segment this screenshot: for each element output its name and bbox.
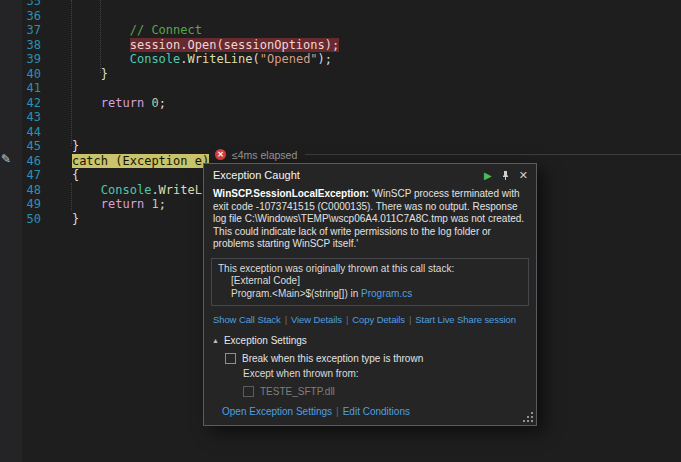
code-line-45[interactable]: 45 } bbox=[0, 139, 681, 154]
code-text: return 1; bbox=[43, 197, 166, 212]
link-separator: | bbox=[336, 406, 339, 417]
code-token: ); bbox=[318, 52, 332, 66]
line-number[interactable]: 49 bbox=[0, 197, 44, 212]
line-number[interactable]: 36 bbox=[0, 9, 44, 24]
perf-tip[interactable]: ✕ ≤4ms elapsed bbox=[215, 148, 305, 161]
start-live-share-link[interactable]: Start Live Share session bbox=[415, 314, 516, 325]
copy-details-link[interactable]: Copy Details bbox=[352, 314, 405, 325]
code-text: catch (Exception e) bbox=[43, 154, 209, 169]
exception-helper-popup: Exception Caught ▶ ✕ WinSCP.SessionLocal… bbox=[203, 163, 537, 426]
exception-settings-label: Exception Settings bbox=[224, 335, 307, 346]
view-details-link[interactable]: View Details bbox=[291, 314, 342, 325]
action-links: Show Call Stack|View Details|Copy Detail… bbox=[213, 314, 536, 325]
collapse-triangle-icon: ▲ bbox=[212, 337, 219, 344]
line-number[interactable]: 40 bbox=[0, 67, 44, 82]
line-number[interactable]: 50 bbox=[0, 212, 44, 227]
code-token bbox=[43, 38, 130, 52]
code-token: 1 bbox=[151, 197, 158, 211]
module-filter-row[interactable]: TESTE_SFTP.dll bbox=[243, 386, 536, 397]
code-token: { bbox=[43, 168, 79, 182]
callstack-frame-external: [External Code] bbox=[218, 275, 522, 288]
code-text: session.Open(sessionOptions); bbox=[43, 38, 339, 53]
close-icon[interactable]: ✕ bbox=[519, 170, 528, 181]
line-number[interactable]: 44 bbox=[0, 125, 44, 140]
line-number[interactable]: 42 bbox=[0, 96, 44, 111]
code-token: "Opened" bbox=[260, 52, 318, 66]
code-line-41[interactable]: 41 bbox=[0, 81, 681, 96]
code-token: return bbox=[101, 197, 144, 211]
code-token bbox=[43, 23, 130, 37]
exception-error-icon[interactable]: ✕ bbox=[215, 149, 226, 160]
module-filter-checkbox[interactable] bbox=[243, 386, 254, 397]
line-number[interactable]: 41 bbox=[0, 81, 44, 96]
link-separator: | bbox=[346, 314, 348, 325]
edit-pencil-icon: ✎ bbox=[1, 152, 11, 166]
link-separator: | bbox=[285, 314, 287, 325]
code-text: return 0; bbox=[43, 96, 166, 111]
code-text: { bbox=[43, 168, 79, 183]
line-number[interactable]: 37 bbox=[0, 23, 44, 38]
code-token bbox=[43, 197, 101, 211]
code-text: // Connect bbox=[43, 23, 202, 38]
line-number[interactable]: 43 bbox=[0, 110, 44, 125]
code-token: // Connect bbox=[130, 23, 202, 37]
code-token bbox=[43, 154, 72, 168]
resize-grip[interactable] bbox=[523, 412, 534, 423]
code-token: ; bbox=[159, 197, 166, 211]
line-number[interactable]: 38 bbox=[0, 38, 44, 53]
code-token: WriteLine bbox=[188, 52, 253, 66]
code-line-40[interactable]: 40 } bbox=[0, 67, 681, 82]
pin-icon[interactable] bbox=[500, 170, 511, 181]
line-number[interactable]: 47 bbox=[0, 168, 44, 183]
code-token: . bbox=[151, 183, 158, 197]
callstack-title: This exception was originally thrown at … bbox=[218, 263, 522, 276]
code-token: Console bbox=[101, 183, 152, 197]
code-text: } bbox=[43, 67, 108, 82]
code-token: } bbox=[43, 212, 79, 226]
exception-settings-toggle[interactable]: ▲Exception Settings bbox=[212, 335, 536, 346]
code-line-42[interactable]: 42 return 0; bbox=[0, 96, 681, 111]
code-token: session.Open(sessionOptions); bbox=[130, 38, 340, 52]
code-token: Console bbox=[130, 52, 181, 66]
continue-icon[interactable]: ▶ bbox=[484, 170, 492, 181]
code-text: Console.WriteLine("Opened"); bbox=[43, 52, 332, 67]
exception-type: WinSCP.SessionLocalException: bbox=[213, 188, 369, 199]
code-token: } bbox=[43, 139, 79, 153]
popup-titlebar[interactable]: Exception Caught ▶ ✕ bbox=[204, 164, 536, 184]
code-token: ( bbox=[253, 52, 260, 66]
code-line-38[interactable]: 38 session.Open(sessionOptions); bbox=[0, 38, 681, 53]
code-line-44[interactable]: 44 bbox=[0, 125, 681, 140]
except-when-thrown-label: Except when thrown from: bbox=[243, 368, 536, 379]
callstack-frame-main: Program.<Main>$(string[]) in Program.cs bbox=[218, 288, 522, 301]
code-token: catch (Exception e) bbox=[72, 154, 209, 168]
link-separator: | bbox=[409, 314, 411, 325]
code-line-36[interactable]: 36 bbox=[0, 9, 681, 24]
code-text: } bbox=[43, 212, 79, 227]
code-text: } bbox=[43, 139, 79, 154]
line-number[interactable]: 48 bbox=[0, 183, 44, 198]
callstack-frame-main-text: Program.<Main>$(string[]) in bbox=[231, 288, 361, 299]
perf-tip-text: ≤4ms elapsed bbox=[232, 149, 297, 161]
code-token: ; bbox=[159, 96, 166, 110]
code-token: . bbox=[180, 52, 187, 66]
code-line-43[interactable]: 43 bbox=[0, 110, 681, 125]
break-when-thrown-row[interactable]: Break when this exception type is thrown bbox=[225, 353, 536, 364]
break-when-thrown-label: Break when this exception type is thrown bbox=[242, 353, 423, 364]
code-text: Console.WriteLin bbox=[43, 183, 216, 198]
code-token: return bbox=[101, 96, 144, 110]
show-call-stack-link[interactable]: Show Call Stack bbox=[213, 314, 281, 325]
module-filter-label: TESTE_SFTP.dll bbox=[260, 386, 335, 397]
popup-title: Exception Caught bbox=[213, 169, 476, 181]
code-token bbox=[43, 96, 101, 110]
program-cs-link[interactable]: Program.cs bbox=[361, 288, 412, 299]
edit-conditions-link[interactable]: Edit Conditions bbox=[343, 406, 410, 417]
callstack-box: This exception was originally thrown at … bbox=[211, 258, 529, 307]
line-number[interactable]: 39 bbox=[0, 52, 44, 67]
code-token bbox=[43, 52, 130, 66]
settings-links: Open Exception Settings|Edit Conditions bbox=[222, 406, 536, 417]
exception-message: WinSCP.SessionLocalException: 'WinSCP pr… bbox=[213, 188, 527, 251]
code-line-39[interactable]: 39 Console.WriteLine("Opened"); bbox=[0, 52, 681, 67]
open-exception-settings-link[interactable]: Open Exception Settings bbox=[222, 406, 332, 417]
break-when-thrown-checkbox[interactable] bbox=[225, 353, 236, 364]
code-line-37[interactable]: 37 // Connect bbox=[0, 23, 681, 38]
